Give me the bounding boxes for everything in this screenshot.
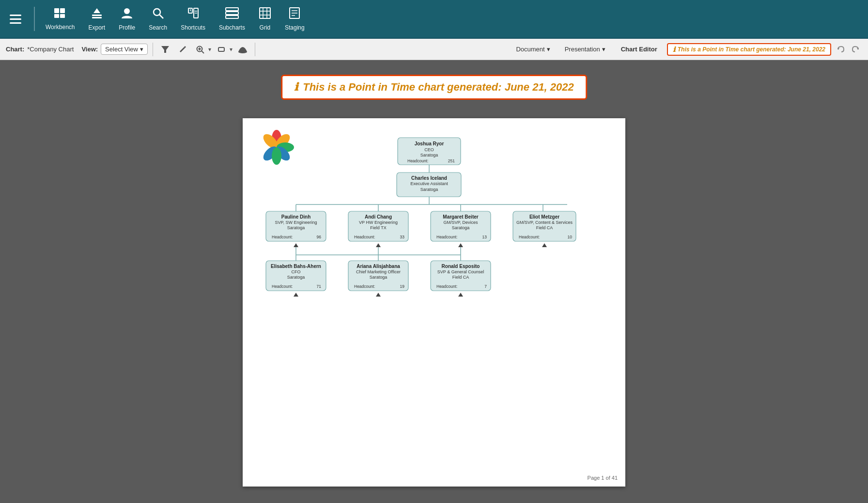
svg-marker-27 [161,46,169,53]
svg-text:Saratoga: Saratoga [452,225,470,230]
export-icon [91,7,103,22]
zoom-button[interactable] [193,42,207,57]
edit-button[interactable] [175,42,190,57]
toolbar: Chart: *Company Chart View: Select View … [0,39,868,60]
chart-editor-button[interactable]: Chart Editor [614,44,664,55]
svg-text:Joshua Ryor: Joshua Ryor [415,141,444,146]
node-margaret-beiter[interactable]: Margaret Beiter GM/SVP, Devices Saratoga… [431,211,491,241]
subcharts-icon [225,7,239,22]
nav-subcharts[interactable]: Subcharts [212,3,252,35]
svg-text:VP HW Engineering: VP HW Engineering [359,220,398,225]
view-select-label: Select View [105,46,138,53]
node-pauline-dinh[interactable]: Pauline Dinh SVP, SW Engineering Saratog… [266,211,326,241]
svg-text:Ronald Esposito: Ronald Esposito [442,264,480,269]
company-logo [257,128,296,169]
svg-text:Field CA: Field CA [452,275,469,280]
node-charles-iceland[interactable]: Charles Iceland Executive Assistant Sara… [397,173,461,197]
redo-button[interactable] [849,43,862,56]
svg-text:Headcount:: Headcount: [272,235,293,239]
hat-button[interactable] [235,42,250,57]
presentation-button[interactable]: Presentation ▾ [559,44,611,55]
nav-export[interactable]: Export [81,3,112,35]
svg-point-8 [154,9,160,16]
undo-redo-group [834,43,862,56]
svg-text:7: 7 [484,284,487,289]
nav-staging[interactable]: Staging [278,3,311,35]
svg-marker-86 [458,243,463,247]
shape-button[interactable] [214,42,229,57]
top-navigation: Workbench Export Profile Search [0,0,868,39]
svg-text:19: 19 [400,284,405,289]
search-label: Search [149,24,167,31]
svg-text:Ariana Alisjahbana: Ariana Alisjahbana [356,264,400,269]
svg-text:GM/SVP, Devices: GM/SVP, Devices [444,220,478,225]
view-label: View: [81,46,98,53]
svg-text:Elisabeth Bahs-Ahern: Elisabeth Bahs-Ahern [271,264,321,269]
node-joshua-ryor[interactable]: Joshua Ryor CEO Saratoga Headcount: 251 [398,138,461,165]
svg-rect-1 [60,8,65,13]
svg-rect-4 [92,15,102,16]
canvas-area: ℹ This is a Point in Time chart generate… [0,60,868,503]
svg-text:Chief Marketing Officer: Chief Marketing Officer [356,269,401,274]
toolbar-divider-2 [255,43,255,56]
pit-banner-text: This is a Point in Time chart generated:… [303,81,574,94]
svg-text:Headcount:: Headcount: [436,235,457,239]
pit-warning-toolbar: ℹ This is a Point in Time chart generate… [667,43,831,56]
node-andi-chang[interactable]: Andi Chang VP HW Engineering Field TX He… [348,211,408,241]
svg-text:Pauline Dinh: Pauline Dinh [281,214,311,220]
node-eliot-metzger[interactable]: Eliot Metzger GM/SVP, Content & Services… [513,211,576,241]
svg-text:10: 10 [568,235,573,239]
svg-text:33: 33 [400,235,405,239]
svg-text:Margaret Beiter: Margaret Beiter [443,214,478,220]
nav-search[interactable]: Search [142,3,174,35]
workbench-icon [53,7,67,22]
nav-profile[interactable]: Profile [112,3,142,35]
staging-label: Staging [285,24,305,31]
search-icon [152,7,164,22]
svg-rect-15 [226,8,238,11]
pit-info-icon: ℹ [673,46,675,53]
pit-warning-text: This is a Point in Time chart generated:… [678,46,825,53]
nav-workbench[interactable]: Workbench [39,3,81,34]
svg-rect-16 [226,12,238,15]
svg-point-7 [124,8,130,14]
org-chart-page: Joshua Ryor CEO Saratoga Headcount: 251 … [243,118,625,487]
svg-marker-87 [542,243,547,247]
presentation-chevron: ▾ [602,46,605,53]
undo-button[interactable] [834,43,848,56]
svg-text:96: 96 [317,235,322,239]
svg-rect-32 [218,47,224,51]
filter-button[interactable] [158,42,172,57]
svg-rect-17 [226,16,238,18]
nav-grid[interactable]: Grid [252,3,278,35]
shortcuts-icon [187,7,200,22]
svg-text:Executive Assistant: Executive Assistant [410,181,448,186]
zoom-group: ▾ [193,42,211,57]
hamburger-menu[interactable] [5,10,26,29]
svg-point-42 [272,147,281,165]
svg-line-29 [202,51,204,53]
node-ronald-esposito[interactable]: Ronald Esposito SVP & General Counsel Fi… [431,261,491,291]
document-chevron: ▾ [547,46,550,53]
grid-label: Grid [260,24,271,31]
document-button[interactable]: Document ▾ [510,44,556,55]
svg-text:Saratoga: Saratoga [370,275,388,280]
svg-marker-84 [294,243,298,247]
svg-marker-85 [376,243,381,247]
pit-banner: ℹ This is a Point in Time chart generate… [281,75,587,100]
nav-shortcuts[interactable]: Shortcuts [174,3,212,35]
node-ariana-alisjahbana[interactable]: Ariana Alisjahbana Chief Marketing Offic… [348,261,408,291]
shape-group: ▾ [214,42,232,57]
svg-text:13: 13 [482,235,487,239]
chart-label: Chart: [6,46,24,53]
node-elisabeth-bahs-ahern[interactable]: Elisabeth Bahs-Ahern CFO Saratoga Headco… [266,261,326,291]
svg-marker-6 [93,8,100,13]
svg-text:Headcount:: Headcount: [354,235,375,239]
svg-text:Saratoga: Saratoga [420,153,438,157]
svg-rect-5 [92,17,102,18]
presentation-label: Presentation [565,46,600,53]
view-select[interactable]: Select View ▾ [101,44,148,55]
svg-marker-113 [294,293,298,297]
svg-text:71: 71 [317,284,322,289]
page-footer: Page 1 of 41 [588,475,618,481]
